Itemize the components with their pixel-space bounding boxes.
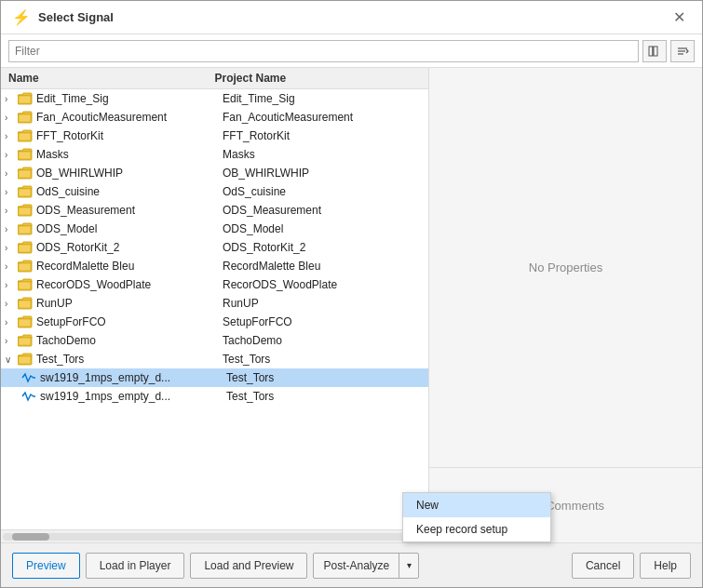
horizontal-scrollbar[interactable] (1, 529, 428, 542)
dialog-title: Select Signal (38, 10, 114, 24)
tree-arrow: › (5, 280, 18, 290)
svg-rect-29 (19, 301, 31, 308)
tree-item[interactable]: sw1919_1mps_empty_d...Test_Tors (1, 368, 428, 387)
toolbar-btn-2[interactable] (670, 40, 695, 62)
properties-panel: No Properties No Comments (429, 68, 702, 542)
tree-arrow: › (5, 243, 18, 253)
item-project: Test_Tors (223, 353, 425, 366)
filter-toolbar (1, 34, 702, 68)
sort-icon (676, 45, 689, 58)
svg-rect-11 (19, 133, 31, 140)
tree-item[interactable]: sw1919_1mps_empty_d...Test_Tors (1, 387, 428, 406)
svg-rect-0 (649, 47, 653, 56)
tree-arrow: › (5, 261, 18, 272)
item-name: RecorODS_WoodPlate (36, 278, 223, 291)
load-preview-button[interactable]: Load and Preview (190, 553, 307, 579)
item-project: OdS_cuisine (223, 185, 425, 198)
tree-arrow: › (5, 206, 18, 216)
filter-input[interactable] (8, 40, 639, 62)
dropdown-item[interactable]: Keep record setup (403, 517, 550, 541)
col-project-header: Project Name (215, 72, 422, 85)
tree-item[interactable]: › FFT_RotorKitFFT_RotorKit (1, 127, 428, 145)
tree-item[interactable]: › ODS_ModelODS_Model (1, 220, 428, 238)
svg-rect-7 (19, 96, 31, 103)
item-name: sw1919_1mps_empty_d... (40, 371, 226, 384)
item-project: RecorODS_WoodPlate (223, 278, 425, 291)
tree-item[interactable]: › Edit_Time_SigEdit_Time_Sig (1, 89, 428, 108)
folder-icon (18, 148, 33, 161)
tree-item[interactable]: › MasksMasks (1, 145, 428, 164)
tree-arrow: › (5, 317, 18, 327)
tree-panel: Name Project Name › Edit_Time_SigEdit_Ti… (1, 68, 429, 542)
tree-item[interactable]: › OB_WHIRLWHIPOB_WHIRLWHIP (1, 164, 428, 182)
svg-rect-19 (19, 207, 31, 215)
preview-button[interactable]: Preview (12, 553, 80, 579)
tree-item[interactable]: › SetupForFCOSetupForFCO (1, 313, 428, 331)
tree-arrow: › (5, 336, 18, 346)
tree-item[interactable]: › ODS_RotorKit_2ODS_RotorKit_2 (1, 238, 428, 257)
dropdown-item[interactable]: New (403, 493, 550, 517)
svg-rect-9 (19, 114, 31, 122)
cancel-button[interactable]: Cancel (572, 553, 634, 579)
toolbar-btn-1[interactable] (642, 40, 667, 62)
folder-icon (18, 241, 33, 254)
folder-icon (18, 222, 33, 235)
post-analyze-arrow-button[interactable]: ▾ (399, 554, 418, 578)
app-icon: ⚡ (12, 8, 31, 26)
tree-arrow: › (5, 187, 18, 197)
tree-item[interactable]: › OdS_cuisineOdS_cuisine (1, 182, 428, 201)
svg-rect-33 (19, 338, 31, 345)
svg-rect-21 (19, 226, 31, 234)
tree-item[interactable]: › Fan_AcouticMeasurementFan_AcouticMeasu… (1, 108, 428, 127)
tree-item[interactable]: › RecorODS_WoodPlateRecorODS_WoodPlate (1, 275, 428, 294)
item-project: FFT_RotorKit (223, 129, 425, 142)
item-name: Test_Tors (36, 353, 223, 366)
signal-icon (21, 371, 36, 384)
tree-item[interactable]: › RunUPRunUP (1, 294, 428, 313)
post-analyze-main-button[interactable]: Post-Analyze (314, 554, 399, 578)
svg-rect-1 (654, 47, 657, 56)
folder-icon (18, 297, 33, 310)
tree-item[interactable]: › RecordMalette BleuRecordMalette Bleu (1, 257, 428, 275)
folder-icon (18, 260, 33, 273)
item-project: OB_WHIRLWHIP (223, 167, 425, 180)
folder-icon (18, 167, 33, 180)
load-player-button[interactable]: Load in Player (86, 553, 185, 579)
folder-icon (18, 111, 33, 124)
svg-rect-15 (19, 170, 31, 178)
tree-scroll[interactable]: › Edit_Time_SigEdit_Time_Sig› Fan_Acouti… (1, 89, 428, 529)
title-bar: ⚡ Select Signal ✕ (1, 1, 702, 34)
col-name-header: Name (8, 72, 215, 85)
item-name: sw1919_1mps_empty_d... (40, 390, 226, 403)
item-name: OB_WHIRLWHIP (36, 167, 223, 180)
bottom-bar: Preview Load in Player Load and Preview … (1, 542, 702, 587)
scrollbar-thumb (12, 533, 49, 541)
tree-item[interactable]: › ODS_MeasurementODS_Measurement (1, 201, 428, 220)
item-name: FFT_RotorKit (36, 129, 223, 142)
item-name: ODS_Measurement (36, 204, 223, 217)
item-name: TachoDemo (36, 334, 223, 347)
svg-rect-13 (19, 152, 31, 159)
tree-arrow: › (5, 113, 18, 123)
item-project: ODS_Model (223, 222, 425, 235)
svg-rect-27 (19, 282, 31, 289)
help-button[interactable]: Help (640, 553, 691, 579)
item-name: ODS_RotorKit_2 (36, 241, 223, 254)
item-project: Masks (223, 148, 425, 161)
tree-arrow: › (5, 150, 18, 160)
folder-icon (18, 278, 33, 291)
tree-arrow: › (5, 94, 18, 104)
item-project: Fan_AcouticMeasurement (223, 111, 425, 124)
svg-rect-23 (19, 245, 31, 252)
select-signal-dialog: ⚡ Select Signal ✕ Name (0, 0, 703, 588)
item-project: Test_Tors (226, 390, 425, 403)
folder-icon (18, 334, 33, 347)
item-project: Edit_Time_Sig (223, 92, 425, 105)
item-name: RecordMalette Bleu (36, 260, 223, 273)
item-project: ODS_Measurement (223, 204, 425, 217)
tree-arrow: › (5, 299, 18, 309)
close-button[interactable]: ✕ (668, 7, 691, 28)
title-left: ⚡ Select Signal (12, 8, 114, 26)
tree-item[interactable]: › TachoDemoTachoDemo (1, 331, 428, 350)
tree-item[interactable]: ∨ Test_TorsTest_Tors (1, 350, 428, 368)
